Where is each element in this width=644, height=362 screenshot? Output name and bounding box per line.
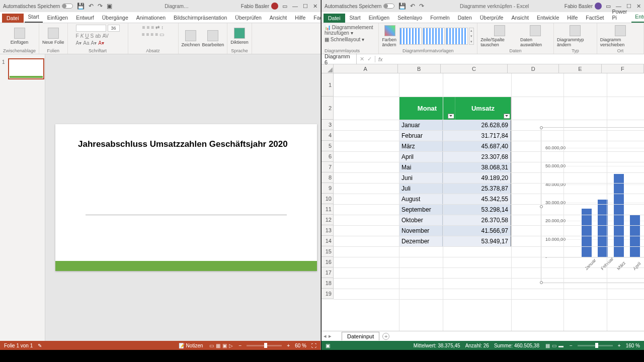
- zoom-in-button[interactable]: +: [287, 343, 290, 348]
- move-chart-button[interactable]: Diagramm verschieben: [600, 25, 640, 47]
- fit-button[interactable]: ⛶: [311, 343, 316, 348]
- embedded-chart[interactable]: 10.000,0020.000,0030.000,0040.000,0050.0…: [541, 127, 644, 283]
- tab-formeln[interactable]: Formeln: [427, 13, 453, 23]
- windows-taskbar[interactable]: [0, 350, 644, 362]
- enter-icon[interactable]: ✓: [367, 56, 372, 62]
- autosave-toggle[interactable]: Automatisches Speichern: [325, 4, 394, 9]
- chart-styles-gallery[interactable]: ▴▾▾: [399, 28, 474, 45]
- tab-entwurf[interactable]: Entwurf: [631, 12, 644, 23]
- add-chart-element-button[interactable]: 📊 Diagrammelement hinzufügen ▾: [325, 25, 375, 36]
- tab-überprüfen[interactable]: Überprüfen: [231, 13, 265, 23]
- notes-button[interactable]: 📝 Notizen: [179, 343, 203, 348]
- tab-start[interactable]: Start: [25, 12, 43, 23]
- filter-icon[interactable]: [504, 114, 510, 119]
- chart-bar[interactable]: [598, 200, 608, 257]
- tab-datei[interactable]: Datei: [2, 14, 24, 23]
- table-row[interactable]: November41.566,97: [399, 225, 511, 236]
- font-name-input[interactable]: [76, 25, 106, 32]
- tab-hilfe[interactable]: Hilfe: [564, 13, 581, 23]
- slide-thumb-1[interactable]: 1: [3, 58, 42, 79]
- table-row[interactable]: Oktober26.370,58: [399, 215, 511, 225]
- worksheet: ABCDEF 12345678910111213141516171819 Mon…: [321, 64, 644, 331]
- font-style-buttons[interactable]: FKUSabAV: [76, 33, 109, 39]
- tab-power pi[interactable]: Power Pi: [608, 7, 630, 23]
- tab-entwurf[interactable]: Entwurf: [72, 13, 98, 23]
- sheet-tab-dateninput[interactable]: Dateninput: [342, 332, 379, 340]
- zoom-level[interactable]: 160 %: [626, 343, 640, 348]
- tab-seitenlayo[interactable]: Seitenlayo: [394, 13, 426, 23]
- change-chart-type-button[interactable]: Diagrammtyp ändern: [557, 25, 594, 47]
- table-row[interactable]: Januar26.628,69: [399, 120, 511, 130]
- table-row[interactable]: August45.342,55: [399, 194, 511, 204]
- view-buttons[interactable]: ▦▭▬: [544, 343, 565, 348]
- record-macro-icon[interactable]: ▣: [326, 343, 330, 348]
- table-row[interactable]: März45.687,40: [399, 141, 511, 151]
- autosave-toggle[interactable]: Automatisches Speichern: [3, 4, 73, 9]
- user-account[interactable]: Fabio Basler: [241, 3, 278, 10]
- zoom-slider[interactable]: [578, 345, 613, 346]
- table-row[interactable]: Juni49.189,20: [399, 172, 511, 183]
- name-box[interactable]: Diagramm 6: [321, 53, 357, 65]
- sheet-nav-buttons[interactable]: ◂▸: [324, 333, 332, 339]
- tab-start[interactable]: Start: [346, 13, 364, 23]
- select-all-corner[interactable]: [321, 64, 334, 73]
- dictate-button[interactable]: Diktieren: [230, 28, 249, 45]
- tab-entwickle[interactable]: Entwickle: [533, 13, 562, 23]
- align-buttons[interactable]: ≡≡≡≡▭: [142, 32, 164, 37]
- zoom-level[interactable]: 60 %: [295, 343, 306, 348]
- tab-datei[interactable]: Datei: [324, 14, 345, 23]
- user-account[interactable]: Fabio Basler: [565, 3, 602, 10]
- table-row[interactable]: September53.298,14: [399, 204, 511, 215]
- tab-daten[interactable]: Daten: [454, 13, 475, 23]
- tab-überprüfe[interactable]: Überprüfe: [476, 13, 507, 23]
- column-headers[interactable]: ABCDEF: [334, 64, 644, 73]
- tab-ansicht[interactable]: Ansicht: [508, 13, 532, 23]
- cells-area[interactable]: Monat Umsatz Januar26.628,69Februar31.71…: [334, 73, 644, 331]
- slide-title: Jahresabschluss Umsatzzahlen Geschäftsja…: [78, 139, 294, 149]
- para-buttons[interactable]: ≡≡≡⇄↕: [142, 25, 164, 30]
- filter-icon[interactable]: [448, 114, 454, 119]
- quick-access-toolbar[interactable]: 💾↶↷▣: [77, 3, 112, 10]
- select-data-button[interactable]: Daten auswählen: [520, 25, 550, 47]
- font-more-buttons[interactable]: A▾AaA▾A▾: [76, 40, 104, 46]
- quick-access-toolbar[interactable]: 💾↶↷: [398, 3, 424, 10]
- data-table[interactable]: Monat Umsatz Januar26.628,69Februar31.71…: [399, 97, 511, 247]
- zoom-out-button[interactable]: −: [570, 343, 573, 348]
- tab-übergänge[interactable]: Übergänge: [99, 13, 132, 23]
- new-sheet-button[interactable]: +: [382, 333, 389, 340]
- slide-canvas[interactable]: Jahresabschluss Umsatzzahlen Geschäftsja…: [55, 124, 317, 271]
- zoom-in-button[interactable]: +: [618, 343, 621, 348]
- switch-row-col-button[interactable]: Zeile/Spalte tauschen: [480, 25, 518, 47]
- paste-button[interactable]: Einfügen: [11, 28, 29, 45]
- table-row[interactable]: Dezember53.949,17: [399, 236, 511, 246]
- close-icon: ✕: [636, 3, 641, 10]
- spellcheck-icon[interactable]: ✎: [38, 343, 42, 348]
- tab-einfügen[interactable]: Einfügen: [44, 13, 71, 23]
- tab-ansicht[interactable]: Ansicht: [266, 13, 290, 23]
- table-row[interactable]: Juli25.378,87: [399, 183, 511, 194]
- tab-animationen[interactable]: Animationen: [133, 13, 169, 23]
- draw-button[interactable]: Zeichnen: [182, 30, 200, 47]
- tab-factset[interactable]: FactSet: [582, 13, 607, 23]
- tab-einfügen[interactable]: Einfügen: [365, 13, 393, 23]
- window-controls[interactable]: ▭—☐✕: [282, 3, 317, 10]
- tab-hilfe[interactable]: Hilfe: [291, 13, 309, 23]
- table-row[interactable]: Februar31.717,84: [399, 130, 511, 141]
- table-row[interactable]: April23.307,68: [399, 151, 511, 162]
- row-headers[interactable]: 12345678910111213141516171819: [321, 73, 334, 299]
- edit-button[interactable]: Bearbeiten: [202, 30, 224, 47]
- chart-bar[interactable]: [582, 209, 592, 257]
- table-row[interactable]: Mai38.068,31: [399, 162, 511, 172]
- zoom-slider[interactable]: [247, 345, 282, 346]
- fx-icon[interactable]: fx: [375, 56, 386, 62]
- view-buttons[interactable]: ▭▦▣▷: [208, 343, 234, 348]
- quick-layout-button[interactable]: ▦ Schnelllayout ▾: [325, 37, 364, 42]
- cancel-icon[interactable]: ✕: [360, 56, 364, 62]
- new-slide-button[interactable]: Neue Folie: [42, 28, 64, 45]
- tab-bildschirmpräsentation[interactable]: Bildschirmpräsentation: [170, 13, 230, 23]
- content-placeholder[interactable]: [86, 215, 287, 215]
- zoom-out-button[interactable]: −: [239, 343, 242, 348]
- font-size-input[interactable]: 36: [108, 25, 120, 32]
- change-colors-button[interactable]: Farben ändern: [382, 25, 397, 47]
- chart-bar[interactable]: [614, 174, 624, 257]
